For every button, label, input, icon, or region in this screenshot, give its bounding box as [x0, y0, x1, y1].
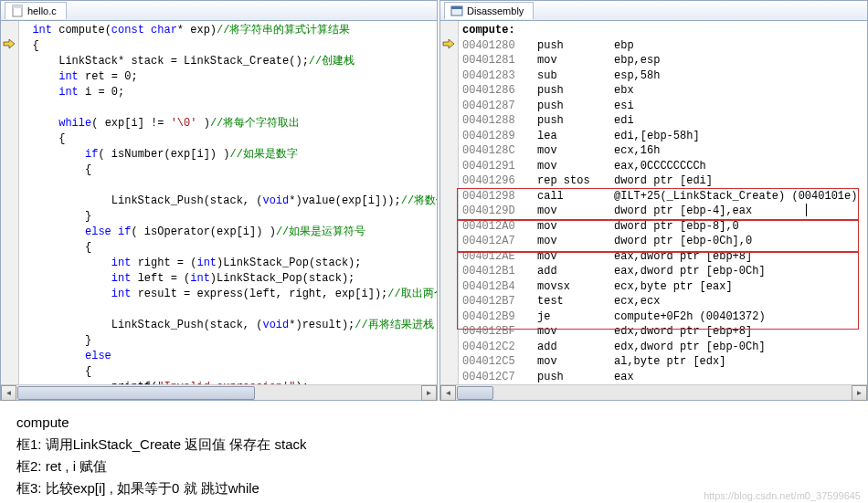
- disasm-tab-row: Disassembly: [440, 1, 867, 21]
- disassembly-area[interactable]: compute:00401280pushebp00401281movebp,es…: [440, 21, 867, 384]
- disasm-line: 00401296rep stosdword ptr [edi]: [459, 173, 867, 189]
- disasm-line: 004012BFmovedx,dword ptr [ebp+8]: [459, 324, 867, 340]
- window: hello.c int compute(const char* exp)//将字…: [0, 0, 868, 503]
- text-cursor: [806, 204, 807, 216]
- disasm-line: 00401287pushesi: [459, 99, 867, 114]
- source-scrollbar-h[interactable]: ◄ ►: [1, 384, 437, 400]
- disasm-line: 004012B7testecx,ecx: [459, 294, 867, 309]
- scroll-thumb[interactable]: [457, 386, 493, 400]
- svg-rect-1: [13, 5, 22, 8]
- disasm-scrollbar-h[interactable]: ◄ ►: [440, 384, 867, 400]
- tab-hello-c[interactable]: hello.c: [5, 2, 67, 19]
- disasm-line: 004012AEmoveax,dword ptr [ebp+8]: [459, 249, 867, 265]
- source-code-area[interactable]: int compute(const char* exp)//将字符串的算式计算结…: [1, 21, 437, 384]
- disasm-line: 00401281movebp,esp: [459, 53, 867, 68]
- scroll-left-button[interactable]: ◄: [440, 385, 456, 401]
- scroll-track[interactable]: [16, 386, 421, 400]
- disasm-line: 0040128Cmovecx,16h: [459, 143, 867, 159]
- disasm-line: 00401280pushebp: [459, 38, 867, 54]
- scroll-left-button[interactable]: ◄: [1, 385, 16, 401]
- scroll-track[interactable]: [456, 386, 852, 400]
- disasm-line: 004012A7movdword ptr [ebp-0Ch],0: [459, 234, 867, 249]
- disasm-line: 004012B1addeax,dword ptr [ebp-0Ch]: [459, 264, 867, 279]
- source-code: int compute(const char* exp)//将字符串的算式计算结…: [19, 23, 437, 384]
- disasm-line: 004012A0movdword ptr [ebp-8],0: [459, 219, 867, 235]
- disasm-line: 004012C7pusheax: [459, 370, 867, 385]
- disasm-line: compute:: [459, 23, 867, 38]
- watermark: https://blog.csdn.net/m0_37599645: [704, 490, 861, 501]
- execution-arrow-icon: [3, 38, 16, 55]
- disasm-line: 00401291moveax,0CCCCCCCCh: [459, 159, 867, 174]
- tab-disassembly[interactable]: Disassembly: [444, 2, 534, 19]
- scroll-thumb[interactable]: [17, 386, 255, 400]
- note-line: 框1: 调用LinkStack_Create 返回值 保存在 stack: [16, 434, 852, 456]
- annotation-notes: compute 框1: 调用LinkStack_Create 返回值 保存在 s…: [0, 401, 868, 503]
- tab-label: hello.c: [27, 5, 57, 16]
- disassembly-panel: Disassembly compute:00401280pushebp00401…: [439, 0, 868, 401]
- disasm-gutter: [440, 21, 459, 384]
- disasm-line: 004012C2addedx,dword ptr [ebp-0Ch]: [459, 340, 867, 355]
- disasm-line: 00401298call@ILT+25(_LinkStack_Create) (…: [459, 189, 867, 204]
- svg-marker-2: [4, 39, 15, 48]
- disasm-line: 00401283subesp,58h: [459, 68, 867, 84]
- disasm-line: 00401286pushebx: [459, 83, 867, 99]
- note-line: compute: [16, 412, 852, 434]
- disasm-line: 004012B9jecompute+0F2h (00401372): [459, 309, 867, 325]
- note-line: 框2: ret , i 赋值: [16, 456, 852, 477]
- source-tab-row: hello.c: [1, 1, 437, 21]
- svg-rect-4: [451, 6, 462, 9]
- disasm-line: 00401288pushedi: [459, 113, 867, 129]
- disasm-line: 004012C5moval,byte ptr [edx]: [459, 354, 867, 370]
- disassembly-icon: [450, 5, 463, 17]
- execution-arrow-icon: [442, 38, 455, 55]
- tab-label: Disassembly: [467, 5, 524, 16]
- scroll-right-button[interactable]: ►: [421, 385, 437, 401]
- panels-row: hello.c int compute(const char* exp)//将字…: [0, 0, 868, 401]
- scroll-right-button[interactable]: ►: [852, 385, 867, 401]
- disasm-line: 004012B4movsxecx,byte ptr [eax]: [459, 279, 867, 295]
- svg-marker-5: [443, 39, 454, 48]
- c-file-icon: [11, 5, 24, 17]
- source-panel: hello.c int compute(const char* exp)//将字…: [0, 0, 438, 401]
- source-gutter: [1, 21, 19, 384]
- disasm-line: 00401289leaedi,[ebp-58h]: [459, 129, 867, 144]
